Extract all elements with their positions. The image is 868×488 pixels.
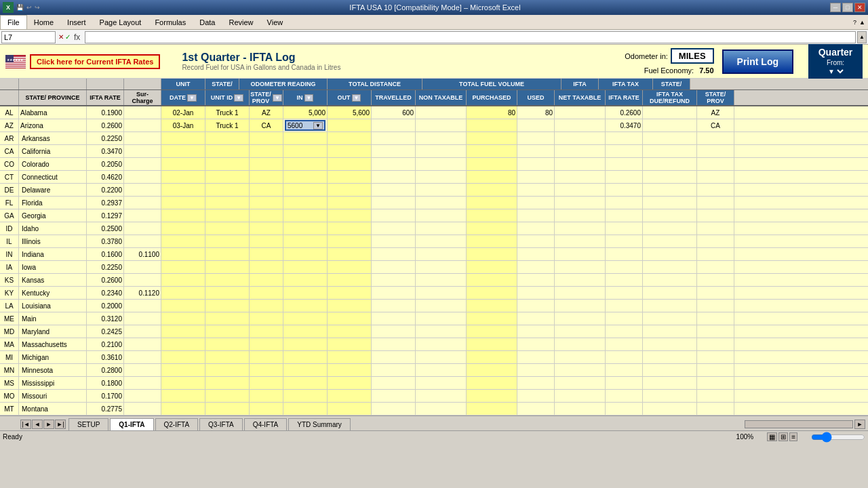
- maximize-btn[interactable]: □: [842, 3, 853, 12]
- log-row2-purchased[interactable]: [467, 119, 517, 131]
- log-date[interactable]: [161, 209, 205, 222]
- menu-view[interactable]: View: [260, 15, 290, 29]
- log-unit[interactable]: [205, 209, 250, 222]
- log-odo-in[interactable]: [283, 364, 328, 376]
- log-date[interactable]: [161, 312, 205, 325]
- log-odo-in[interactable]: [283, 312, 328, 325]
- log-date[interactable]: [161, 235, 205, 247]
- log-state-prov[interactable]: [250, 235, 283, 247]
- log-odo-out[interactable]: [328, 158, 372, 170]
- log-date[interactable]: [161, 145, 205, 157]
- log-date[interactable]: [161, 197, 205, 209]
- tab-prev-btn[interactable]: ◄: [32, 420, 43, 429]
- log-row2-odo-in-container[interactable]: 5600 ▼: [283, 119, 328, 131]
- log-unit[interactable]: [205, 351, 250, 363]
- log-unit[interactable]: [205, 377, 250, 389]
- log-state-prov[interactable]: [250, 377, 283, 389]
- log-odo-in[interactable]: [283, 325, 328, 338]
- log-unit[interactable]: [205, 325, 250, 338]
- log-unit[interactable]: [205, 184, 250, 196]
- cell-reference-input[interactable]: [1, 31, 56, 43]
- ifta-rates-button[interactable]: Click here for Current IFTA Rates: [30, 54, 160, 69]
- log-odo-out[interactable]: [328, 222, 372, 235]
- log-state-prov[interactable]: [250, 312, 283, 325]
- quick-access-redo[interactable]: ↪: [35, 4, 40, 11]
- log-odo-in[interactable]: [283, 351, 328, 363]
- tab-ytd-summary[interactable]: YTD Summary: [288, 418, 351, 430]
- menu-file[interactable]: File: [0, 15, 27, 29]
- log-date[interactable]: [161, 248, 205, 260]
- scroll-right-btn[interactable]: ►: [854, 420, 865, 429]
- menu-review[interactable]: Review: [222, 15, 260, 29]
- log-purchased[interactable]: [467, 171, 517, 183]
- log-unit[interactable]: [205, 261, 250, 273]
- log-state-prov[interactable]: [250, 338, 283, 350]
- log-date[interactable]: [161, 222, 205, 235]
- log-odo-out[interactable]: [328, 132, 372, 144]
- tab-first-btn[interactable]: |◄: [20, 420, 31, 429]
- log-date[interactable]: [161, 300, 205, 312]
- log-odo-in[interactable]: [283, 184, 328, 196]
- minimize-ribbon-icon[interactable]: ▲: [859, 19, 865, 26]
- menu-insert[interactable]: Insert: [60, 15, 93, 29]
- log-purchased[interactable]: [467, 312, 517, 325]
- log-date[interactable]: [161, 403, 205, 415]
- log-odo-out[interactable]: [328, 171, 372, 183]
- log-state-prov[interactable]: [250, 403, 283, 415]
- log-row2-odo-out[interactable]: [328, 119, 372, 131]
- log-purchased[interactable]: [467, 248, 517, 260]
- log-row1-state-prov[interactable]: AZ: [250, 106, 283, 119]
- log-odo-in[interactable]: [283, 377, 328, 389]
- log-odo-in[interactable]: [283, 274, 328, 286]
- log-odo-out[interactable]: [328, 145, 372, 157]
- state-dropdown-arrow[interactable]: ▼: [273, 94, 282, 102]
- log-state-prov[interactable]: [250, 158, 283, 170]
- log-row2-odo-in-selected[interactable]: 5600 ▼: [285, 120, 326, 131]
- formula-cancel-icon[interactable]: ✕: [58, 33, 64, 41]
- quick-access-undo[interactable]: ↩: [26, 4, 32, 11]
- log-odo-out[interactable]: [328, 209, 372, 222]
- log-date[interactable]: [161, 390, 205, 402]
- log-date[interactable]: [161, 158, 205, 170]
- log-odo-out[interactable]: [328, 248, 372, 260]
- log-purchased[interactable]: [467, 158, 517, 170]
- formula-input[interactable]: [85, 31, 856, 43]
- log-date[interactable]: [161, 184, 205, 196]
- log-purchased[interactable]: [467, 287, 517, 299]
- log-row2-odo-in-dropdown[interactable]: ▼: [313, 122, 323, 129]
- log-purchased[interactable]: [467, 184, 517, 196]
- log-odo-out[interactable]: [328, 403, 372, 415]
- tab-q1-ifta[interactable]: Q1-IFTA: [110, 418, 153, 430]
- log-purchased[interactable]: [467, 390, 517, 402]
- log-unit[interactable]: [205, 235, 250, 247]
- zoom-slider[interactable]: [811, 433, 865, 441]
- log-date[interactable]: [161, 325, 205, 338]
- log-unit[interactable]: [205, 403, 250, 415]
- log-odo-in[interactable]: [283, 390, 328, 402]
- log-state-prov[interactable]: [250, 222, 283, 235]
- log-row2-date[interactable]: 03-Jan: [161, 119, 205, 131]
- log-odo-out[interactable]: [328, 312, 372, 325]
- page-layout-btn[interactable]: ⊞: [778, 432, 788, 441]
- tab-q2-ifta[interactable]: Q2-IFTA: [155, 418, 199, 430]
- log-odo-out[interactable]: [328, 197, 372, 209]
- help-icon[interactable]: ?: [853, 19, 856, 26]
- log-date[interactable]: [161, 377, 205, 389]
- log-state-prov[interactable]: [250, 145, 283, 157]
- log-purchased[interactable]: [467, 403, 517, 415]
- log-purchased[interactable]: [467, 338, 517, 350]
- log-purchased[interactable]: [467, 300, 517, 312]
- log-odo-in[interactable]: [283, 222, 328, 235]
- tab-setup[interactable]: SETUP: [68, 418, 108, 430]
- log-purchased[interactable]: [467, 197, 517, 209]
- log-date[interactable]: [161, 261, 205, 273]
- log-purchased[interactable]: [467, 235, 517, 247]
- log-state-prov[interactable]: [250, 364, 283, 376]
- log-odo-in[interactable]: [283, 197, 328, 209]
- log-purchased[interactable]: [467, 351, 517, 363]
- log-unit[interactable]: [205, 338, 250, 350]
- log-unit[interactable]: [205, 300, 250, 312]
- log-unit[interactable]: [205, 287, 250, 299]
- log-odo-in[interactable]: [283, 235, 328, 247]
- from-select[interactable]: ▼: [825, 67, 846, 76]
